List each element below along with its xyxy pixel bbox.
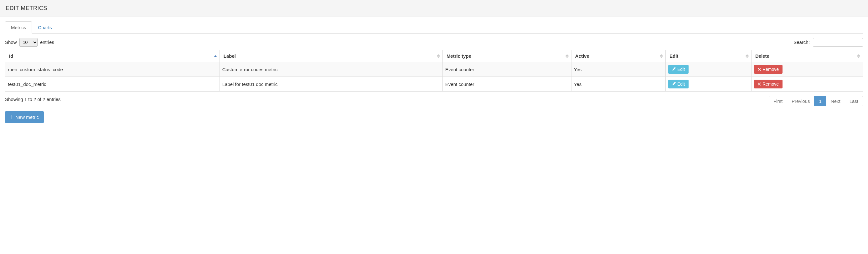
edit-button[interactable]: Edit [668, 80, 689, 88]
sort-both-icon [660, 54, 663, 58]
col-active[interactable]: Active [571, 50, 665, 62]
svg-marker-4 [565, 56, 569, 58]
table-footer: Showing 1 to 2 of 2 entries First Previo… [5, 96, 863, 106]
length-prefix: Show [5, 39, 17, 45]
col-delete[interactable]: Delete [751, 50, 863, 62]
page-title: EDIT METRICS [6, 5, 862, 11]
sort-both-icon [565, 54, 569, 58]
table-row: rben_custom_status_code Custom error cod… [5, 62, 863, 77]
length-control: Show 10 25 50 100 entries [5, 38, 54, 47]
sort-both-icon [746, 54, 749, 58]
footer-divider [0, 140, 868, 140]
svg-marker-2 [437, 56, 440, 58]
remove-button[interactable]: Remove [754, 65, 782, 74]
tabs: Metrics Charts [5, 21, 863, 33]
cell-metric-type: Event counter [442, 77, 571, 91]
cell-id: rben_custom_status_code [5, 62, 220, 77]
page-last[interactable]: Last [845, 96, 863, 106]
content-area: Metrics Charts Show 10 25 50 100 entries… [0, 17, 868, 131]
svg-marker-6 [660, 56, 663, 58]
table-info: Showing 1 to 2 of 2 entries [5, 96, 61, 102]
cell-edit: Edit [666, 77, 751, 91]
col-label[interactable]: Label [219, 50, 442, 62]
tab-label: Metrics [11, 25, 26, 30]
svg-marker-8 [746, 56, 749, 58]
close-icon [758, 67, 761, 72]
close-icon [758, 82, 761, 87]
cell-metric-type: Event counter [442, 62, 571, 77]
plus-icon [10, 114, 14, 120]
new-metric-button[interactable]: New metric [5, 111, 44, 123]
svg-marker-3 [565, 54, 569, 56]
edit-icon [672, 82, 676, 87]
cell-active: Yes [571, 62, 665, 77]
table-row: test01_doc_metric Label for test01 doc m… [5, 77, 863, 91]
cell-label: Custom error codes metric [219, 62, 442, 77]
table-controls: Show 10 25 50 100 entries Search: [5, 38, 863, 47]
col-id[interactable]: Id [5, 50, 220, 62]
search-control: Search: [794, 38, 863, 47]
pagination: First Previous 1 Next Last [769, 96, 863, 106]
svg-marker-7 [746, 54, 749, 56]
remove-button[interactable]: Remove [754, 80, 782, 88]
sort-both-icon [437, 54, 440, 58]
svg-marker-5 [660, 54, 663, 56]
svg-marker-10 [857, 56, 860, 58]
sort-both-icon [857, 54, 860, 58]
tab-metrics[interactable]: Metrics [5, 21, 32, 33]
cell-active: Yes [571, 77, 665, 91]
search-label: Search: [794, 39, 810, 45]
new-metric-row: New metric [5, 111, 863, 123]
edit-button[interactable]: Edit [668, 65, 689, 74]
cell-edit: Edit [666, 62, 751, 77]
length-select[interactable]: 10 25 50 100 [20, 38, 38, 47]
cell-delete: Remove [751, 77, 863, 91]
page-number[interactable]: 1 [814, 96, 826, 106]
tab-charts[interactable]: Charts [32, 21, 58, 33]
svg-marker-9 [857, 54, 860, 56]
svg-marker-1 [437, 54, 440, 56]
cell-delete: Remove [751, 62, 863, 77]
edit-icon [672, 67, 676, 72]
cell-label: Label for test01 doc metric [219, 77, 442, 91]
tab-label: Charts [38, 25, 52, 30]
page-header: EDIT METRICS [0, 0, 868, 17]
svg-marker-0 [214, 55, 217, 57]
search-input[interactable] [813, 38, 863, 47]
sort-asc-icon [214, 55, 217, 57]
page-first[interactable]: First [769, 96, 787, 106]
length-suffix: entries [40, 39, 54, 45]
page-next[interactable]: Next [826, 96, 845, 106]
cell-id: test01_doc_metric [5, 77, 220, 91]
page-previous[interactable]: Previous [787, 96, 814, 106]
table-header-row: Id Label Metric type [5, 50, 863, 62]
col-edit[interactable]: Edit [666, 50, 751, 62]
metrics-table: Id Label Metric type [5, 50, 863, 91]
col-metric-type[interactable]: Metric type [442, 50, 571, 62]
